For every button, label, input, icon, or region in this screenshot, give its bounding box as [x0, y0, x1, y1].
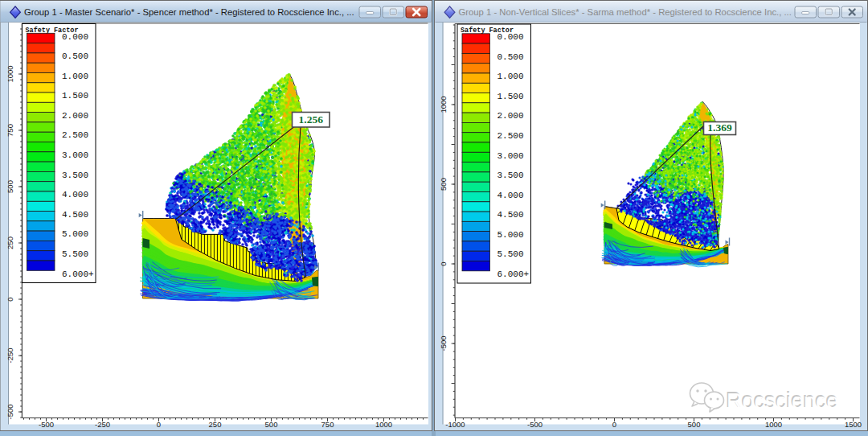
svg-text:4.000: 4.000 — [497, 191, 524, 200]
svg-text:500: 500 — [439, 178, 448, 191]
svg-text:0.500: 0.500 — [497, 52, 524, 62]
svg-text:4.500: 4.500 — [62, 210, 88, 220]
svg-text:5.500: 5.500 — [62, 249, 88, 259]
svg-text:Rocscience: Rocscience — [727, 389, 839, 413]
svg-text:2.000: 2.000 — [62, 111, 88, 121]
svg-text:250: 250 — [6, 237, 14, 249]
svg-text:2.500: 2.500 — [62, 130, 88, 140]
svg-text:5.000: 5.000 — [497, 230, 524, 240]
svg-text:1.369: 1.369 — [707, 121, 732, 134]
svg-text:1.500: 1.500 — [62, 91, 88, 101]
svg-text:0: 0 — [439, 261, 448, 265]
svg-text:3.500: 3.500 — [62, 171, 88, 180]
svg-text:1.000: 1.000 — [62, 72, 88, 81]
svg-text:5.500: 5.500 — [497, 249, 524, 259]
svg-text:2.000: 2.000 — [497, 111, 524, 121]
svg-text:Group 1 - Master Scenario* - S: Group 1 - Master Scenario* - Spencer met… — [24, 7, 354, 17]
svg-text:1000: 1000 — [439, 96, 448, 113]
svg-text:3.500: 3.500 — [497, 171, 524, 180]
svg-text:0: 0 — [6, 297, 14, 301]
svg-text:6.000+: 6.000+ — [497, 269, 530, 279]
svg-text:3.000: 3.000 — [497, 151, 524, 161]
svg-text:1.000: 1.000 — [497, 72, 524, 81]
svg-text:5.000: 5.000 — [62, 229, 88, 239]
svg-text:500: 500 — [6, 180, 14, 193]
svg-text:0.000: 0.000 — [497, 32, 524, 42]
svg-text:1.500: 1.500 — [497, 92, 524, 101]
svg-text:6.000+: 6.000+ — [62, 269, 94, 279]
svg-text:-500: -500 — [6, 404, 14, 419]
svg-text:4.500: 4.500 — [497, 210, 524, 220]
svg-text:1.256: 1.256 — [299, 113, 324, 125]
svg-text:0.000: 0.000 — [62, 32, 88, 42]
svg-text:Group 1 - Non-Vertical Slices*: Group 1 - Non-Vertical Slices* - Sarma m… — [459, 7, 792, 17]
svg-text:-500: -500 — [439, 335, 448, 351]
svg-text:4.000: 4.000 — [62, 190, 88, 199]
svg-text:0.500: 0.500 — [62, 51, 88, 61]
svg-text:-250: -250 — [6, 348, 14, 363]
svg-text:1000: 1000 — [6, 65, 14, 82]
svg-text:3.000: 3.000 — [62, 150, 88, 160]
svg-text:2.500: 2.500 — [497, 131, 524, 141]
svg-text:750: 750 — [6, 124, 14, 137]
